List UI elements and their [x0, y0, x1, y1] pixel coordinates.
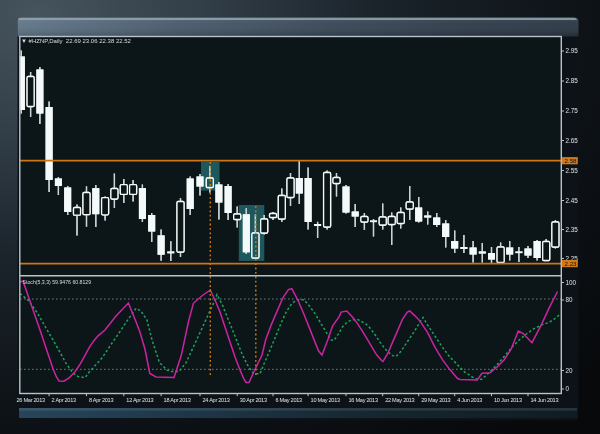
svg-text:18 Apr 2013: 18 Apr 2013: [164, 397, 191, 403]
svg-text:10 May 2013: 10 May 2013: [311, 397, 340, 403]
svg-text:▼ #HZNP,Daily 22.69 23.06 22.: ▼ #HZNP,Daily 22.69 23.06 22.38 22.52: [21, 38, 132, 44]
svg-text:12 Apr 2013: 12 Apr 2013: [126, 397, 153, 403]
svg-text:6 May 2013: 6 May 2013: [276, 397, 303, 403]
svg-text:26 Mar 2013: 26 Mar 2013: [17, 397, 45, 403]
svg-text:Stoch(5,3,3) 59.9476 60.8129: Stoch(5,3,3) 59.9476 60.8129: [23, 279, 92, 285]
svg-text:2.75: 2.75: [566, 107, 579, 114]
svg-text:22 May 2013: 22 May 2013: [385, 397, 414, 403]
svg-text:14 Jun 2013: 14 Jun 2013: [531, 397, 559, 403]
svg-text:2 Apr 2013: 2 Apr 2013: [52, 397, 76, 403]
svg-text:2.58: 2.58: [565, 157, 578, 164]
svg-text:2.95: 2.95: [566, 47, 579, 54]
svg-text:80: 80: [566, 296, 574, 303]
svg-text:2.23: 2.23: [565, 260, 578, 267]
svg-text:4 Jun 2013: 4 Jun 2013: [457, 397, 482, 403]
svg-text:24 Apr 2013: 24 Apr 2013: [203, 397, 230, 403]
svg-text:100: 100: [566, 279, 577, 286]
svg-text:20: 20: [566, 367, 574, 374]
svg-text:2.85: 2.85: [566, 77, 579, 84]
svg-text:8 Apr 2013: 8 Apr 2013: [89, 397, 113, 403]
svg-text:2.45: 2.45: [566, 197, 579, 204]
svg-text:2.65: 2.65: [566, 137, 579, 144]
svg-text:10 Jun 2013: 10 Jun 2013: [494, 397, 522, 403]
svg-text:16 May 2013: 16 May 2013: [349, 397, 378, 403]
svg-text:2.35: 2.35: [566, 226, 579, 233]
svg-text:2.55: 2.55: [566, 167, 579, 174]
svg-text:30 Apr 2013: 30 Apr 2013: [240, 397, 267, 403]
svg-text:29 May 2013: 29 May 2013: [421, 397, 450, 403]
svg-text:0: 0: [566, 385, 570, 392]
